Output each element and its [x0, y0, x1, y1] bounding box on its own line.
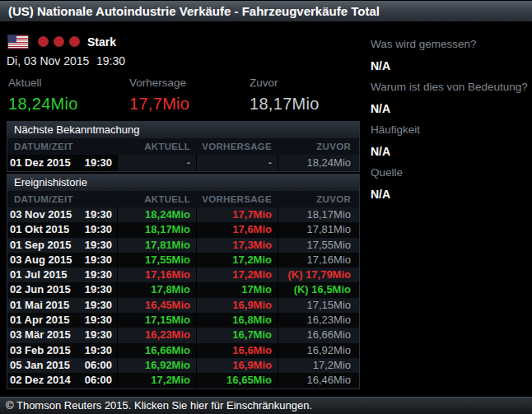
cell-aktuell: 17,16Mio [117, 267, 196, 282]
section-title: Ereignishistorie [7, 174, 359, 191]
cell-zuvor: 16,23Mio [278, 313, 357, 328]
cell-vorhersage: 17,7Mio [196, 207, 278, 222]
column-header-vorhersage: VORHERSAGE [196, 138, 278, 155]
row-time: 19:30 [85, 298, 112, 313]
cell-aktuell: 17,2Mio [117, 373, 196, 388]
section-title: Nächste Bekanntmachung [7, 122, 359, 138]
value-zuvor: 17,15Mio [307, 299, 351, 311]
sidebar-answer: N/A [371, 184, 529, 205]
row-time: 19:30 [85, 222, 112, 237]
table-header: DATUM/ZEIT AKTUELL VORHERSAGE ZUVOR [7, 138, 359, 155]
cell-vorhersage: 17,3Mio [196, 238, 278, 253]
sidebar-question: Quelle [371, 162, 529, 184]
table-header: DATUM/ZEIT AKTUELL VORHERSAGE ZUVOR [7, 191, 359, 207]
cell-datum-zeit: 03 Mär 201519:30 [7, 328, 117, 342]
event-time: 19:30 [96, 54, 125, 67]
cell-datum-zeit: 02 Jun 201519:30 [7, 282, 117, 297]
cell-zuvor: 18,17Mio [278, 207, 357, 222]
cell-aktuell: 17,81Mio [117, 238, 196, 253]
row-time: 06:00 [85, 373, 112, 388]
value-vorhersage: 17,3Mio [232, 239, 272, 251]
summary-value: 18,24Mio [8, 95, 78, 114]
cell-zuvor: 17,81Mio [278, 222, 357, 237]
column-header-datum-zeit: DATUM/ZEIT [7, 138, 117, 155]
value-vorhersage: 17,7Mio [232, 208, 272, 221]
cell-vorhersage: 16,9Mio [196, 358, 278, 373]
value-vorhersage: 16,65Mio [226, 374, 272, 386]
row-time: 19:30 [85, 253, 112, 267]
cell-vorhersage: 17,2Mio [196, 253, 278, 267]
event-history-rows: 03 Nov 201519:3018,24Mio17,7Mio18,17Mio0… [7, 207, 359, 388]
row-time: 19:30 [85, 267, 112, 282]
value-vorhersage: 17,2Mio [232, 254, 272, 266]
column-header-vorhersage: VORHERSAGE [196, 191, 278, 207]
cell-zuvor: 18,24Mio [278, 155, 357, 171]
column-header-zuvor: ZUVOR [278, 191, 357, 207]
summary-value: 17,7Mio [129, 95, 189, 114]
row-time: 19:30 [85, 155, 112, 171]
cell-aktuell: 17,8Mio [117, 282, 196, 297]
sidebar-answer: N/A [371, 141, 529, 162]
footer-copyright-link[interactable]: © Thomson Reuters 2015. Klicken Sie hier… [0, 397, 532, 414]
column-header-zuvor: ZUVOR [278, 138, 357, 155]
row-date: 03 Aug 2015 [10, 253, 72, 267]
cell-vorhersage: 17Mio [196, 282, 278, 297]
value-vorhersage: - [268, 156, 272, 169]
value-zuvor: 17,2Mio [313, 359, 351, 371]
cell-vorhersage: 16,8Mio [196, 313, 278, 328]
sidebar-question: Häufigkeit [371, 119, 529, 141]
importance-label: Stark [87, 35, 116, 49]
cell-vorhersage: - [196, 155, 278, 171]
table-row: 02 Jun 201519:3017,8Mio17Mio(K) 16,5Mio [7, 282, 359, 297]
cell-zuvor: 17,15Mio [278, 298, 357, 313]
cell-zuvor: 17,16Mio [278, 253, 357, 267]
summary-label: Zuvor [250, 77, 320, 89]
cell-zuvor: (K) 16,5Mio [278, 282, 357, 297]
row-time: 19:30 [85, 343, 112, 358]
row-date: 01 Sep 2015 [10, 238, 71, 253]
cell-datum-zeit: 03 Aug 201519:30 [7, 253, 117, 267]
table-row: 02 Dez 201406:0017,2Mio16,65Mio16,46Mio [7, 373, 359, 388]
cell-vorhersage: 17,6Mio [196, 222, 278, 237]
cell-aktuell: 16,23Mio [117, 328, 196, 342]
cell-aktuell: 18,17Mio [117, 222, 196, 237]
value-zuvor: 17,55Mio [307, 239, 351, 251]
summary-label: Vorhersage [129, 77, 189, 89]
row-time: 19:30 [85, 238, 112, 253]
summary-zuvor: Zuvor 18,17Mio [250, 77, 320, 114]
value-zuvor: 17,16Mio [307, 254, 351, 266]
value-vorhersage: 17,2Mio [232, 268, 272, 281]
table-row: 01 Mai 201519:3016,45Mio16,9Mio17,15Mio [7, 298, 359, 313]
value-aktuell: - [187, 156, 190, 169]
summary-vorhersage: Vorhersage 17,7Mio [129, 77, 189, 114]
cell-aktuell: 16,45Mio [117, 298, 196, 313]
column-header-datum-zeit: DATUM/ZEIT [7, 191, 117, 207]
value-aktuell: 17,2Mio [151, 374, 190, 386]
summary-value: 18,17Mio [250, 95, 320, 114]
value-aktuell: 17,16Mio [145, 268, 190, 281]
value-zuvor: 17,81Mio [307, 223, 351, 235]
value-aktuell: 18,17Mio [145, 223, 190, 235]
cell-datum-zeit: 01 Mai 201519:30 [7, 298, 117, 313]
value-vorhersage: 16,8Mio [232, 314, 272, 326]
cell-datum-zeit: 01 Okt 201519:30 [7, 222, 117, 237]
row-time: 19:30 [85, 313, 112, 328]
cell-zuvor: 16,66Mio [278, 328, 357, 342]
cell-zuvor: 16,46Mio [278, 373, 357, 388]
importance-dot-icon [69, 36, 80, 47]
row-date: 02 Dez 2014 [10, 373, 71, 388]
cell-aktuell: 17,15Mio [117, 313, 196, 328]
cell-vorhersage: 16,7Mio [196, 328, 278, 342]
value-aktuell: 16,45Mio [145, 299, 190, 311]
value-zuvor: 18,17Mio [307, 208, 351, 221]
value-aktuell: 18,24Mio [145, 208, 190, 221]
table-row: 01 Dez 201519:30--18,24Mio [7, 155, 359, 171]
cell-datum-zeit: 01 Apr 201519:30 [7, 313, 117, 328]
row-time: 06:00 [85, 358, 112, 373]
cell-zuvor: (K) 17,79Mio [278, 267, 357, 282]
row-date: 01 Jul 2015 [10, 267, 67, 282]
cell-datum-zeit: 01 Sep 201519:30 [7, 238, 117, 253]
table-row: 05 Jan 201506:0016,92Mio16,9Mio17,2Mio [7, 358, 359, 373]
cell-aktuell: 16,66Mio [117, 343, 196, 358]
event-meta-row: Stark [8, 35, 116, 49]
